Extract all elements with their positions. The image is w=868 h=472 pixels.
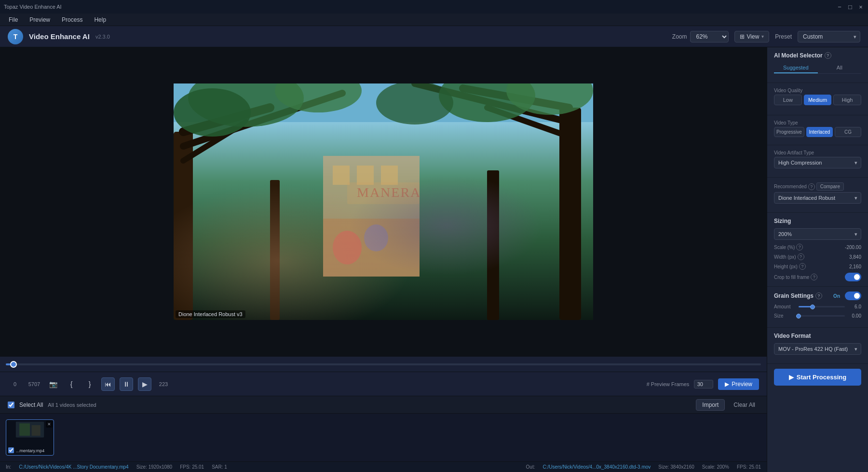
compare-button[interactable]: Compare xyxy=(816,182,844,191)
preview-button[interactable]: ▶ Preview xyxy=(718,378,759,390)
size-slider-thumb[interactable] xyxy=(796,314,801,319)
menu-help[interactable]: Help xyxy=(89,15,111,24)
thumbnail-checkbox[interactable] xyxy=(8,447,14,453)
svg-line-16 xyxy=(463,88,569,108)
scrubber-track[interactable] xyxy=(6,363,761,365)
svg-point-21 xyxy=(174,88,251,137)
amount-slider-track[interactable] xyxy=(799,306,845,307)
pause-button[interactable]: ⏸ xyxy=(120,377,133,391)
svg-point-22 xyxy=(439,83,535,122)
thumbnail-label: ...mentary.mp4 xyxy=(16,448,44,453)
preset-label: Preset xyxy=(775,33,792,40)
zoom-select[interactable]: 62% 50% 75% 100% xyxy=(690,31,729,42)
menu-preview[interactable]: Preview xyxy=(25,15,55,24)
select-all-label[interactable]: Select All xyxy=(19,402,43,408)
main-area: MANERA Dione Interlaced Robust v3 0 5707… xyxy=(0,47,868,472)
clear-all-button[interactable]: Clear All xyxy=(730,400,759,410)
svg-line-15 xyxy=(183,122,246,161)
rewind-button[interactable]: ⏮ xyxy=(101,377,115,391)
artifact-type-select[interactable]: High Compression Low Compression No Comp… xyxy=(774,157,861,168)
video-format-select-wrapper: MOV - ProRes 422 HQ (Fast) MP4 - H.264 M… xyxy=(774,343,861,355)
recommended-help-icon[interactable]: ? xyxy=(808,183,815,190)
model-tabs: Suggested All xyxy=(774,63,861,74)
screenshot-button[interactable]: 📷 xyxy=(46,377,60,391)
start-icon: ▶ xyxy=(789,374,794,381)
ai-model-title: AI Model Selector ? xyxy=(774,52,861,59)
menu-process[interactable]: Process xyxy=(57,15,87,24)
status-in-label: In: xyxy=(6,464,11,470)
video-format-section: Video Format MOV - ProRes 422 HQ (Fast) … xyxy=(767,328,868,364)
grain-toggle[interactable] xyxy=(845,292,861,300)
size-slider-track[interactable] xyxy=(799,315,845,317)
type-cg-button[interactable]: CG xyxy=(835,127,861,137)
svg-line-13 xyxy=(183,108,270,132)
grain-title: Grain Settings ? On xyxy=(774,292,861,300)
preview-frames-label: # Preview Frames xyxy=(647,381,690,387)
video-format-title: Video Format xyxy=(774,333,861,339)
video-type-section: Video Type Progressive Interlaced CG xyxy=(767,115,868,145)
thumbnail-remove-button[interactable]: ✕ xyxy=(46,421,53,428)
preview-frames-input[interactable] xyxy=(694,380,713,389)
select-all-checkbox[interactable] xyxy=(8,402,14,408)
play-button[interactable]: ▶ xyxy=(138,377,151,391)
minimize-button[interactable]: − xyxy=(836,3,843,10)
app-logo: T xyxy=(8,29,23,44)
statusbar: In: C:/Users/Nick/Videos/4K ...Story Doc… xyxy=(0,461,767,472)
import-button[interactable]: Import xyxy=(696,399,725,411)
height-label: Height (px) ? xyxy=(774,263,806,270)
quality-medium-button[interactable]: Medium xyxy=(804,95,832,105)
close-button[interactable]: × xyxy=(857,3,864,10)
svg-rect-4 xyxy=(357,166,374,185)
svg-rect-12 xyxy=(487,170,499,320)
amount-slider-row: Amount 6.0 xyxy=(774,304,861,309)
tab-suggested[interactable]: Suggested xyxy=(774,63,818,73)
status-in-size: Size: 1920x1080 xyxy=(136,464,173,470)
scale-label: Scale (%) ? xyxy=(774,244,803,250)
thumbnail-item[interactable]: ...mentary.mp4 ✕ xyxy=(6,419,54,456)
sizing-title: Sizing xyxy=(774,218,861,224)
status-in-path[interactable]: C:/Users/Nick/Videos/4K ...Story Documen… xyxy=(19,464,129,470)
recommended-model-select[interactable]: Dione Interlaced Robust xyxy=(774,192,861,204)
sizing-select[interactable]: 200% 150% 100% Custom xyxy=(774,228,861,240)
scrubber-area[interactable] xyxy=(0,356,767,372)
view-icon: ⊞ xyxy=(740,33,745,40)
mark-in-button[interactable]: { xyxy=(65,377,78,391)
video-format-select[interactable]: MOV - ProRes 422 HQ (Fast) MP4 - H.264 M… xyxy=(774,343,861,355)
maximize-button[interactable]: □ xyxy=(847,3,854,10)
grain-help-icon[interactable]: ? xyxy=(815,292,822,299)
status-out-path[interactable]: C:/Users/Nick/Videos/4...0x_3840x2160.dt… xyxy=(542,464,651,470)
recommended-label: Recommended ? Compare xyxy=(774,182,861,191)
sizing-select-wrapper: 200% 150% 100% Custom xyxy=(774,228,861,240)
svg-line-17 xyxy=(415,83,569,122)
svg-rect-2 xyxy=(323,156,420,277)
type-progressive-button[interactable]: Progressive xyxy=(774,127,804,137)
crop-toggle[interactable] xyxy=(845,273,861,281)
quality-low-button[interactable]: Low xyxy=(774,95,802,105)
svg-rect-1 xyxy=(174,122,593,320)
mark-out-button[interactable]: } xyxy=(83,377,96,391)
crop-help-icon[interactable]: ? xyxy=(811,274,817,280)
status-out-scale: Scale: 200% xyxy=(702,464,729,470)
titlebar-controls: − □ × xyxy=(836,3,864,10)
size-slider-row: Size 0.00 xyxy=(774,313,861,319)
start-label: Start Processing xyxy=(797,374,846,381)
svg-point-19 xyxy=(188,83,304,127)
ai-model-help-icon[interactable]: ? xyxy=(825,52,831,59)
svg-rect-0 xyxy=(174,83,593,320)
scale-help-icon[interactable]: ? xyxy=(796,244,803,250)
tab-all[interactable]: All xyxy=(818,63,862,73)
menu-file[interactable]: File xyxy=(4,15,23,24)
svg-rect-25 xyxy=(347,182,420,204)
quality-high-button[interactable]: High xyxy=(833,95,861,105)
start-processing-button[interactable]: ▶ Start Processing xyxy=(774,369,861,386)
video-overlay: MANERA xyxy=(174,83,593,320)
scrubber-thumb[interactable] xyxy=(10,361,17,368)
view-button[interactable]: ⊞ View ▾ xyxy=(734,31,770,42)
preset-select[interactable]: Custom xyxy=(798,31,860,42)
width-help-icon[interactable]: ? xyxy=(798,253,804,260)
status-in-fps: FPS: 25.01 xyxy=(180,464,204,470)
height-help-icon[interactable]: ? xyxy=(799,263,806,270)
type-interlaced-button[interactable]: Interlaced xyxy=(806,127,833,137)
amount-slider-thumb[interactable] xyxy=(810,305,815,309)
filelist-bar: Select All All 1 videos selected Import … xyxy=(0,396,767,413)
